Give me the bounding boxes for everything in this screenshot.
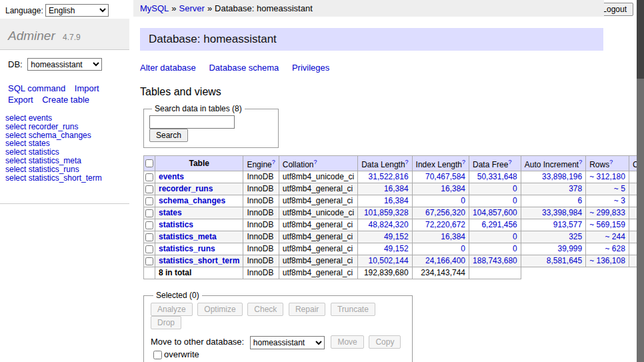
rows-count-link[interactable]: ~ 5 [614, 184, 625, 193]
drop-button[interactable]: Drop [151, 316, 181, 329]
tables-grid: Table Engine? Collation? Data Length? In… [143, 155, 644, 279]
rows-count-link[interactable]: ~ 244 [605, 232, 625, 241]
index-length-link[interactable]: 67,256,320 [425, 208, 465, 217]
db-select[interactable]: homeassistant [27, 58, 102, 71]
sidebar-table-link-statistics-short-term[interactable]: select statistics_short_term [5, 174, 129, 183]
table-name-link[interactable]: states [159, 208, 182, 217]
index-length-link[interactable]: 70,467,584 [425, 172, 465, 181]
import-link[interactable]: Import [75, 83, 99, 93]
data-free-link[interactable]: 0 [513, 196, 517, 205]
breadcrumb: MySQL»Server»Database: homeassistant [133, 0, 604, 17]
repair-button[interactable]: Repair [289, 303, 325, 316]
table-name-link[interactable]: statistics_meta [159, 232, 217, 241]
rows-count-link[interactable]: ~ 299,833 [589, 208, 625, 217]
select-all-checkbox[interactable] [145, 159, 153, 167]
help-link[interactable]: ? [405, 159, 409, 165]
auto-increment-link[interactable]: 33,898,196 [542, 172, 582, 181]
check-button[interactable]: Check [247, 303, 283, 316]
row-checkbox[interactable] [145, 173, 153, 181]
data-free-link[interactable]: 6,291,456 [481, 220, 517, 229]
data-free-link[interactable]: 104,857,600 [473, 208, 517, 217]
optimize-button[interactable]: Optimize [197, 303, 242, 316]
overwrite-checkbox[interactable] [153, 351, 162, 359]
rows-count-link[interactable]: ~ 569,159 [589, 220, 625, 229]
overwrite-label[interactable]: overwrite [153, 349, 199, 359]
create-table-link[interactable]: Create table [42, 95, 89, 105]
row-checkbox[interactable] [145, 233, 153, 241]
table-name-link[interactable]: schema_changes [159, 196, 225, 205]
data-length-link[interactable]: 49,152 [384, 244, 409, 253]
privileges-link[interactable]: Privileges [292, 63, 329, 73]
data-length-link[interactable]: 16,384 [384, 196, 409, 205]
sidebar-table-link-statistics-meta[interactable]: select statistics_meta [5, 157, 129, 165]
row-checkbox[interactable] [145, 197, 153, 205]
data-free-link[interactable]: 50,331,648 [477, 172, 517, 181]
data-free-link[interactable]: 0 [513, 244, 517, 253]
row-checkbox[interactable] [145, 209, 153, 217]
scrollbar[interactable] [637, 0, 644, 362]
sidebar-table-link-events[interactable]: select events [5, 114, 129, 123]
copy-button[interactable]: Copy [369, 335, 401, 349]
language-select[interactable]: English [45, 4, 109, 17]
index-length-link[interactable]: 24,166,400 [425, 256, 465, 265]
analyze-button[interactable]: Analyze [151, 303, 193, 316]
table-name-link[interactable]: events [159, 172, 184, 181]
scrollbar-thumb[interactable] [637, 0, 644, 79]
help-link[interactable]: ? [462, 159, 465, 165]
app-name[interactable]: Adminer [8, 29, 55, 43]
sidebar-table-link-recorder-runs[interactable]: select recorder_runs [5, 123, 129, 131]
data-length-link[interactable]: 31,522,816 [369, 172, 409, 181]
data-free-link[interactable]: 0 [513, 184, 517, 193]
database-schema-link[interactable]: Database schema [209, 63, 279, 73]
data-length-link[interactable]: 16,384 [384, 184, 409, 193]
index-length-link[interactable]: 16,384 [441, 184, 465, 193]
auto-increment-link[interactable]: 6 [577, 196, 582, 205]
auto-increment-link[interactable]: 8,581,645 [547, 256, 582, 265]
help-link[interactable]: ? [313, 159, 317, 165]
sql-command-link[interactable]: SQL command [8, 83, 65, 93]
auto-increment-link[interactable]: 325 [569, 232, 582, 241]
alter-database-link[interactable]: Alter database [140, 63, 196, 73]
breadcrumb-mysql-link[interactable]: MySQL [140, 3, 169, 13]
index-length-link[interactable]: 0 [461, 244, 465, 253]
auto-increment-link[interactable]: 378 [569, 184, 582, 193]
move-button[interactable]: Move [331, 335, 363, 349]
row-checkbox[interactable] [145, 185, 153, 193]
sidebar-table-link-statistics-runs[interactable]: select statistics_runs [5, 165, 129, 174]
rows-count-link[interactable]: ~ 3 [614, 196, 625, 205]
search-button[interactable]: Search [149, 129, 188, 142]
row-checkbox[interactable] [145, 221, 153, 229]
table-name-link[interactable]: statistics_short_term [159, 256, 239, 265]
rows-count-link[interactable]: ~ 628 [605, 244, 625, 253]
search-input[interactable] [149, 115, 235, 129]
help-link[interactable]: ? [579, 159, 582, 165]
index-length-link[interactable]: 16,384 [441, 232, 465, 241]
rows-count-link[interactable]: ~ 312,180 [589, 172, 625, 181]
help-link[interactable]: ? [272, 159, 275, 165]
export-link[interactable]: Export [8, 95, 33, 105]
table-name-link[interactable]: statistics [159, 220, 193, 229]
data-free-link[interactable]: 0 [513, 232, 517, 241]
auto-increment-link[interactable]: 33,398,984 [542, 208, 582, 217]
help-link[interactable]: ? [609, 159, 613, 165]
auto-increment-link[interactable]: 39,999 [557, 244, 582, 253]
table-name-link[interactable]: statistics_runs [159, 244, 215, 253]
row-checkbox[interactable] [145, 245, 153, 253]
row-checkbox[interactable] [145, 257, 153, 265]
truncate-button[interactable]: Truncate [331, 303, 375, 316]
data-length-link[interactable]: 49,152 [384, 232, 409, 241]
table-name-link[interactable]: recorder_runs [159, 184, 213, 193]
database-actions: Alter database Database schema Privilege… [140, 63, 604, 73]
breadcrumb-server-link[interactable]: Server [179, 3, 205, 13]
data-free-link[interactable]: 188,743,680 [473, 256, 517, 265]
auto-increment-link[interactable]: 913,577 [553, 220, 582, 229]
help-link[interactable]: ? [508, 159, 511, 165]
data-length-link[interactable]: 10,502,144 [369, 256, 409, 265]
data-length-link[interactable]: 48,824,320 [369, 220, 409, 229]
index-length-link[interactable]: 0 [461, 196, 465, 205]
rows-count-link[interactable]: ~ 136,108 [589, 256, 625, 265]
index-length-link[interactable]: 72,220,672 [425, 220, 465, 229]
data-length-link[interactable]: 101,859,328 [364, 208, 409, 217]
table-row-statistics: statistics InnoDB utf8mb4_general_ci 48,… [144, 219, 644, 231]
move-db-select[interactable]: homeassistant [250, 336, 325, 349]
